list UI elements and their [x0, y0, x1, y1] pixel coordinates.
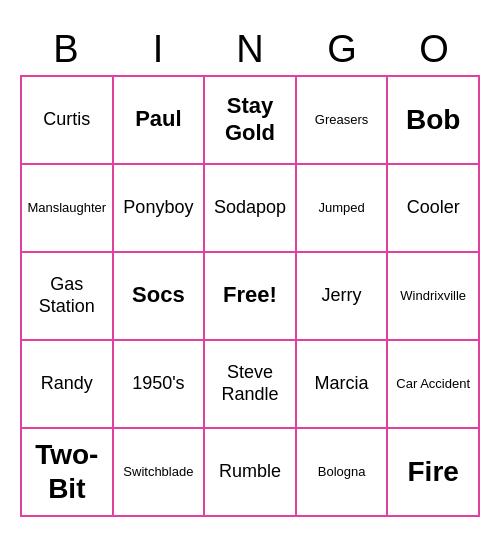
bingo-cell-20: Two-Bit: [22, 429, 114, 517]
cell-text-4: Bob: [406, 103, 460, 137]
cell-text-17: Steve Randle: [209, 362, 291, 405]
header-letter-G: G: [298, 28, 386, 71]
bingo-cell-23: Bologna: [297, 429, 389, 517]
cell-text-21: Switchblade: [123, 464, 193, 480]
cell-text-22: Rumble: [219, 461, 281, 483]
bingo-cell-13: Jerry: [297, 253, 389, 341]
bingo-grid: CurtisPaulStay GoldGreasersBobManslaught…: [20, 75, 480, 517]
cell-text-3: Greasers: [315, 112, 368, 128]
cell-text-1: Paul: [135, 106, 181, 132]
bingo-cell-10: Gas Station: [22, 253, 114, 341]
bingo-cell-22: Rumble: [205, 429, 297, 517]
cell-text-6: Ponyboy: [123, 197, 193, 219]
bingo-cell-15: Randy: [22, 341, 114, 429]
bingo-cell-3: Greasers: [297, 77, 389, 165]
bingo-header: BINGO: [20, 28, 480, 71]
cell-text-12: Free!: [223, 282, 277, 308]
cell-text-16: 1950's: [132, 373, 184, 395]
bingo-cell-9: Cooler: [388, 165, 480, 253]
cell-text-15: Randy: [41, 373, 93, 395]
cell-text-8: Jumped: [318, 200, 364, 216]
cell-text-0: Curtis: [43, 109, 90, 131]
bingo-cell-7: Sodapop: [205, 165, 297, 253]
bingo-cell-14: Windrixville: [388, 253, 480, 341]
cell-text-5: Manslaughter: [27, 200, 106, 216]
cell-text-14: Windrixville: [400, 288, 466, 304]
bingo-cell-24: Fire: [388, 429, 480, 517]
bingo-cell-0: Curtis: [22, 77, 114, 165]
bingo-cell-1: Paul: [114, 77, 206, 165]
bingo-cell-19: Car Accident: [388, 341, 480, 429]
bingo-cell-21: Switchblade: [114, 429, 206, 517]
cell-text-18: Marcia: [315, 373, 369, 395]
bingo-cell-8: Jumped: [297, 165, 389, 253]
cell-text-20: Two-Bit: [26, 438, 108, 505]
bingo-cell-6: Ponyboy: [114, 165, 206, 253]
bingo-cell-18: Marcia: [297, 341, 389, 429]
cell-text-19: Car Accident: [396, 376, 470, 392]
bingo-cell-16: 1950's: [114, 341, 206, 429]
cell-text-9: Cooler: [407, 197, 460, 219]
cell-text-23: Bologna: [318, 464, 366, 480]
cell-text-2: Stay Gold: [209, 93, 291, 146]
cell-text-7: Sodapop: [214, 197, 286, 219]
header-letter-I: I: [114, 28, 202, 71]
bingo-cell-4: Bob: [388, 77, 480, 165]
cell-text-24: Fire: [408, 455, 459, 489]
bingo-cell-11: Socs: [114, 253, 206, 341]
bingo-cell-5: Manslaughter: [22, 165, 114, 253]
bingo-cell-17: Steve Randle: [205, 341, 297, 429]
bingo-cell-2: Stay Gold: [205, 77, 297, 165]
header-letter-B: B: [22, 28, 110, 71]
header-letter-O: O: [390, 28, 478, 71]
bingo-card: BINGO CurtisPaulStay GoldGreasersBobMans…: [20, 28, 480, 517]
cell-text-11: Socs: [132, 282, 185, 308]
cell-text-13: Jerry: [322, 285, 362, 307]
cell-text-10: Gas Station: [26, 274, 108, 317]
header-letter-N: N: [206, 28, 294, 71]
bingo-cell-12: Free!: [205, 253, 297, 341]
